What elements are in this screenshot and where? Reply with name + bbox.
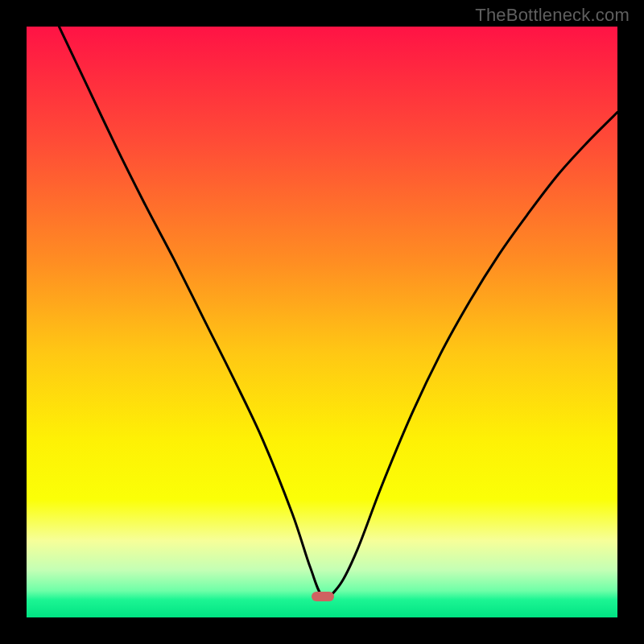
plot-area	[27, 27, 617, 617]
chart-frame: TheBottleneck.com	[0, 0, 644, 644]
attribution-text: TheBottleneck.com	[475, 5, 630, 26]
optimal-point-marker	[312, 592, 334, 601]
bottleneck-curve	[27, 27, 617, 617]
